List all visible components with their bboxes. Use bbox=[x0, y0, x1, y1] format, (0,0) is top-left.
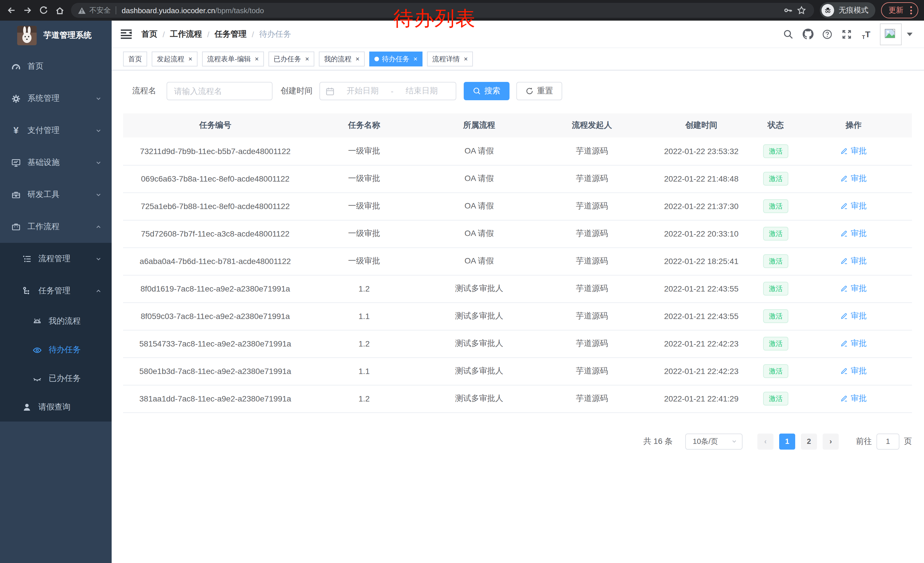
search-icon[interactable] bbox=[783, 29, 794, 40]
action-cell: 审批 bbox=[795, 220, 912, 248]
home-icon[interactable] bbox=[51, 2, 68, 18]
dashboard-icon bbox=[12, 62, 21, 71]
font-size-icon[interactable]: TT bbox=[861, 29, 872, 40]
sidebar-item-process-mgmt[interactable]: 流程管理 bbox=[0, 243, 112, 275]
reset-button[interactable]: 重置 bbox=[516, 82, 562, 100]
sidebar-logo[interactable]: 芋道管理系统 bbox=[0, 21, 112, 50]
sidebar-item-task-mgmt[interactable]: 任务管理 bbox=[0, 275, 112, 307]
sidebar-item-infra[interactable]: 基础设施 bbox=[0, 147, 112, 179]
sidebar-collapse-icon[interactable] bbox=[121, 29, 132, 39]
approve-link[interactable]: 审批 bbox=[840, 174, 867, 184]
github-icon[interactable] bbox=[802, 29, 813, 40]
chevron-down-icon bbox=[95, 95, 102, 102]
approve-link[interactable]: 审批 bbox=[840, 256, 867, 266]
task-name-cell: 1.2 bbox=[308, 385, 421, 412]
process-cell: OA 请假 bbox=[421, 165, 538, 192]
sidebar-item-home[interactable]: 首页 bbox=[0, 50, 112, 83]
breadcrumb-home[interactable]: 首页 bbox=[141, 29, 158, 39]
top-navbar: 首页 / 工作流程 / 任务管理 / 待办任务 TT bbox=[112, 21, 924, 48]
close-icon[interactable]: × bbox=[255, 56, 259, 62]
sidebar-item-leave-query[interactable]: 请假查询 bbox=[0, 393, 112, 422]
tab-process-detail[interactable]: 流程详情× bbox=[427, 51, 473, 66]
pencil-icon bbox=[840, 257, 848, 265]
approve-link[interactable]: 审批 bbox=[840, 146, 867, 156]
close-icon[interactable]: × bbox=[356, 56, 360, 62]
security-label[interactable]: 不安全 bbox=[89, 6, 111, 15]
password-key-icon[interactable] bbox=[782, 2, 795, 18]
browser-menu-icon[interactable] bbox=[909, 6, 913, 14]
date-range-picker[interactable]: 开始日期 - 结束日期 bbox=[320, 82, 456, 100]
update-label[interactable]: 更新 bbox=[888, 5, 903, 15]
avatar-dropdown-caret[interactable] bbox=[907, 32, 912, 36]
goto-page-input[interactable] bbox=[876, 433, 899, 449]
chevron-down-icon bbox=[95, 127, 102, 134]
initiator-cell: 芋道源码 bbox=[538, 385, 646, 412]
browser-toolbar: 不安全 dashboard.yudao.iocoder.cn/bpm/task/… bbox=[0, 0, 924, 21]
approve-link[interactable]: 审批 bbox=[840, 201, 867, 211]
status-cell: 激活 bbox=[756, 357, 795, 385]
close-icon[interactable]: × bbox=[305, 56, 309, 62]
user-icon bbox=[22, 402, 32, 412]
back-icon[interactable] bbox=[3, 2, 20, 18]
approve-link[interactable]: 审批 bbox=[840, 284, 867, 294]
breadcrumb-workflow[interactable]: 工作流程 bbox=[170, 29, 202, 39]
tab-start-process[interactable]: 发起流程× bbox=[152, 51, 198, 66]
reload-icon[interactable] bbox=[36, 2, 51, 18]
search-button[interactable]: 搜索 bbox=[464, 82, 510, 100]
status-cell: 激活 bbox=[756, 192, 795, 220]
task-id-cell: a6aba0a4-7b6d-11ec-b781-acde48001122 bbox=[123, 248, 308, 275]
screen: 不安全 dashboard.yudao.iocoder.cn/bpm/task/… bbox=[0, 0, 924, 563]
status-badge: 激活 bbox=[763, 254, 788, 268]
tab-my-process[interactable]: 我的流程× bbox=[319, 51, 364, 66]
tab-done-tasks[interactable]: 已办任务× bbox=[268, 51, 314, 66]
pencil-icon bbox=[840, 368, 848, 375]
address-bar[interactable]: 不安全 dashboard.yudao.iocoder.cn/bpm/task/… bbox=[71, 3, 814, 18]
sidebar-item-my-process[interactable]: 我的流程 bbox=[0, 307, 112, 336]
next-page-button[interactable]: › bbox=[823, 433, 839, 449]
close-icon[interactable]: × bbox=[413, 56, 417, 62]
sidebar-item-system[interactable]: 系统管理 bbox=[0, 83, 112, 114]
table-row: 8f059c03-7ac8-11ec-a9e2-a2380e71991a1.1测… bbox=[123, 302, 912, 330]
approve-link[interactable]: 审批 bbox=[840, 311, 867, 321]
sidebar-item-payment[interactable]: ¥ 支付管理 bbox=[0, 114, 112, 147]
close-icon[interactable]: × bbox=[188, 56, 192, 62]
task-id-cell: 580e1b3d-7ac8-11ec-a9e2-a2380e71991a bbox=[123, 357, 308, 385]
page-button-2[interactable]: 2 bbox=[801, 433, 817, 449]
page-url[interactable]: dashboard.yudao.iocoder.cn/bpm/task/todo bbox=[122, 6, 264, 15]
forward-icon[interactable] bbox=[20, 2, 36, 18]
tab-todo-tasks[interactable]: 待办任务× bbox=[369, 51, 423, 66]
page-button-1[interactable]: 1 bbox=[779, 433, 795, 449]
task-id-cell: 73211d9d-7b9b-11ec-b5b7-acde48001122 bbox=[123, 137, 308, 165]
initiator-cell: 芋道源码 bbox=[538, 275, 646, 302]
gear-icon bbox=[12, 94, 21, 103]
breadcrumb-task-mgmt[interactable]: 任务管理 bbox=[214, 29, 247, 39]
page-size-select[interactable]: 10条/页 bbox=[685, 433, 742, 449]
fullscreen-icon[interactable] bbox=[841, 29, 852, 40]
sidebar-item-done-tasks[interactable]: 已办任务 bbox=[0, 364, 112, 393]
close-icon[interactable]: × bbox=[464, 56, 468, 62]
created-cell: 2022-01-22 20:33:10 bbox=[646, 220, 756, 248]
tab-form-edit[interactable]: 流程表单-编辑× bbox=[202, 51, 264, 66]
sidebar-item-todo-tasks[interactable]: 待办任务 bbox=[0, 336, 112, 364]
create-time-label: 创建时间 bbox=[280, 86, 313, 96]
approve-link[interactable]: 审批 bbox=[840, 228, 867, 239]
action-cell: 审批 bbox=[795, 192, 912, 220]
created-cell: 2022-01-22 21:37:30 bbox=[646, 192, 756, 220]
sidebar-item-workflow[interactable]: 工作流程 bbox=[0, 211, 112, 243]
help-icon[interactable] bbox=[822, 29, 833, 40]
sidebar-item-devtools[interactable]: 研发工具 bbox=[0, 179, 112, 211]
browser-update-button[interactable]: 更新 bbox=[881, 2, 918, 18]
tab-home[interactable]: 首页 bbox=[123, 51, 147, 66]
process-name-input[interactable] bbox=[166, 82, 273, 100]
eye-closed-icon bbox=[33, 374, 42, 383]
action-cell: 审批 bbox=[795, 302, 912, 330]
status-badge: 激活 bbox=[763, 199, 788, 213]
process-cell: 测试多审批人 bbox=[421, 357, 538, 385]
prev-page-button[interactable]: ‹ bbox=[758, 433, 773, 449]
user-avatar[interactable] bbox=[880, 23, 902, 45]
approve-link[interactable]: 审批 bbox=[840, 393, 867, 404]
bookmark-star-icon[interactable] bbox=[795, 2, 808, 18]
approve-link[interactable]: 审批 bbox=[840, 366, 867, 376]
broken-image-icon bbox=[885, 29, 897, 40]
approve-link[interactable]: 审批 bbox=[840, 338, 867, 349]
